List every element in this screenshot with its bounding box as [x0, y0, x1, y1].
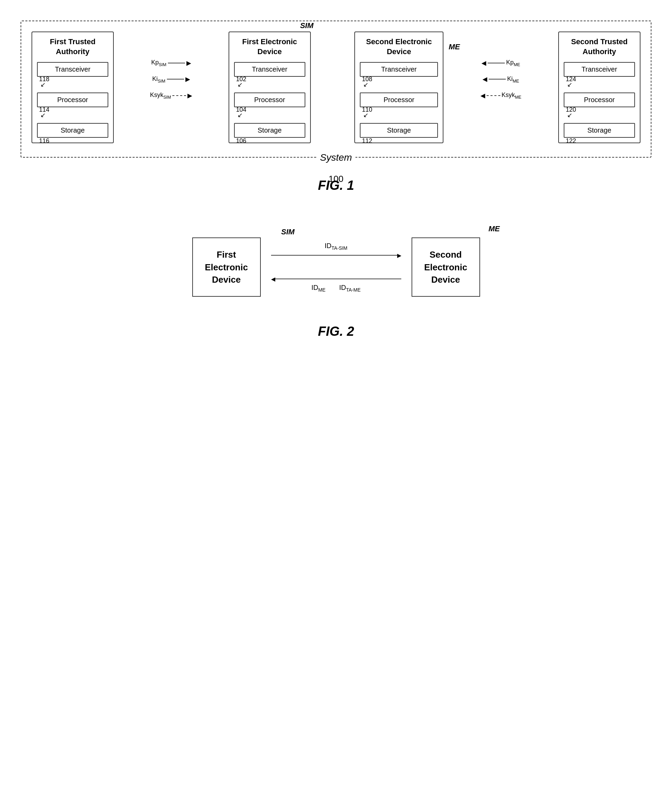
id-ta-sim-arrow-group: IDTA-SIM ▶ [271, 242, 401, 259]
fig1-container: First Trusted Authority Transceiver 118 … [20, 20, 652, 196]
fig2-second-device: Second Electronic Device ME [412, 237, 480, 297]
fig2-first-device: First Electronic Device [192, 237, 261, 297]
second-ed-title: Second Electronic Device [360, 37, 438, 57]
second-electronic-device-box: ME Second Electronic Device Transceiver … [354, 31, 444, 143]
first-ta-title: First Trusted Authority [37, 37, 108, 57]
system-number: 100 [329, 174, 343, 184]
ki-me-arrow: ◀ KiME [483, 75, 519, 83]
second-ta-storage: Storage 122 [564, 123, 635, 138]
arrows-ta-to-first-ed: KpSIM ▶ KiSIM ▶ KsykSIM ▶ [147, 31, 195, 100]
id-ta-sim-arrow: ▶ [271, 252, 401, 259]
sim-tag: SIM [300, 21, 313, 30]
ref-114: 114 [39, 106, 49, 113]
first-ed-processor: Processor 104 [234, 93, 305, 107]
ref-116: 116 [39, 137, 49, 145]
ref-102: 102 [236, 76, 246, 83]
ref-104: 104 [236, 106, 246, 113]
first-ed-transceiver: Transceiver 102 [234, 62, 305, 77]
first-ed-title: First Electronic Device [234, 37, 305, 57]
first-electronic-device-box: SIM First Electronic Device Transceiver … [228, 31, 311, 143]
id-ta-sim-label: IDTA-SIM [324, 242, 347, 251]
ref-112: 112 [362, 137, 372, 145]
first-ta-processor: Processor 114 [37, 93, 108, 107]
fig2-diagram: First Electronic Device SIM IDTA-SIM ▶ ◀ [192, 237, 480, 297]
fig2-caption: FIG. 2 [318, 324, 354, 339]
id-ta-me-label: IDTA-ME [339, 284, 361, 292]
first-ta-transceiver: Transceiver 118 [37, 62, 108, 77]
second-ed-transceiver: Transceiver 108 [360, 62, 438, 77]
arrows-second-ta-to-second-ed: ◀ KpME ◀ KiME ◀ KsykME [477, 31, 525, 100]
ref-124: 124 [566, 76, 576, 83]
system-label: System [316, 152, 356, 163]
ki-sim-arrow: KiSIM ▶ [152, 75, 190, 83]
first-trusted-authority-box: First Trusted Authority Transceiver 118 … [31, 31, 114, 143]
second-ed-storage: Storage 112 [360, 123, 438, 138]
fig2-sim-tag: SIM [281, 228, 295, 236]
second-trusted-authority-box: Second Trusted Authority Transceiver 124… [558, 31, 641, 143]
fig2-me-tag: ME [489, 224, 500, 234]
second-ta-processor: Processor 120 [564, 93, 635, 107]
id-me-labels: IDME IDTA-ME [312, 284, 361, 292]
id-me-label: IDME [312, 284, 326, 292]
system-box: First Trusted Authority Transceiver 118 … [20, 20, 652, 157]
fig2-container: First Electronic Device SIM IDTA-SIM ▶ ◀ [131, 237, 542, 342]
second-ta-title: Second Trusted Authority [564, 37, 635, 57]
ref-118: 118 [39, 76, 49, 83]
second-ta-transceiver: Transceiver 124 [564, 62, 635, 77]
ref-120: 120 [566, 106, 576, 113]
kp-sim-arrow: KpSIM ▶ [151, 59, 191, 67]
ref-110: 110 [362, 106, 372, 113]
id-me-arrow-group: ◀ IDME IDTA-ME [271, 276, 401, 292]
ref-122: 122 [566, 137, 576, 145]
me-tag: ME [449, 42, 460, 51]
kp-me-arrow: ◀ KpME [482, 59, 520, 67]
ref-108: 108 [362, 76, 372, 83]
ksyk-me-arrow: ◀ KsykME [480, 91, 522, 100]
first-ta-storage: Storage 116 [37, 123, 108, 138]
ksyk-sim-arrow: KsykSIM ▶ [150, 91, 192, 100]
ref-106: 106 [236, 137, 246, 145]
id-me-arrow: ◀ [271, 276, 401, 282]
first-ed-storage: Storage 106 [234, 123, 305, 138]
second-ed-processor: Processor 110 [360, 93, 438, 107]
